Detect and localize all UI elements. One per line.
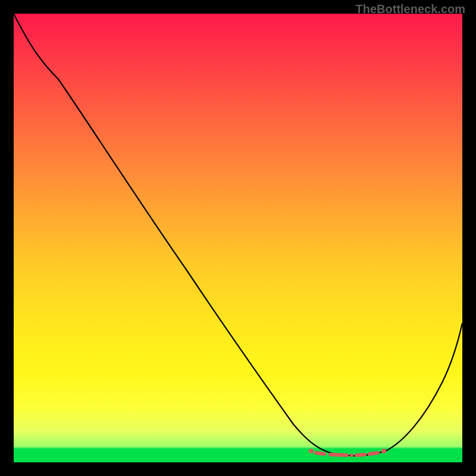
svg-point-0 (309, 449, 314, 453)
bottleneck-curve (14, 14, 462, 456)
svg-point-2 (381, 449, 386, 453)
svg-point-1 (350, 453, 353, 457)
chart-svg (14, 14, 462, 462)
watermark-text: TheBottleneck.com (356, 2, 465, 16)
chart-plot-area (14, 14, 462, 462)
optimal-zone-marker (309, 449, 386, 457)
